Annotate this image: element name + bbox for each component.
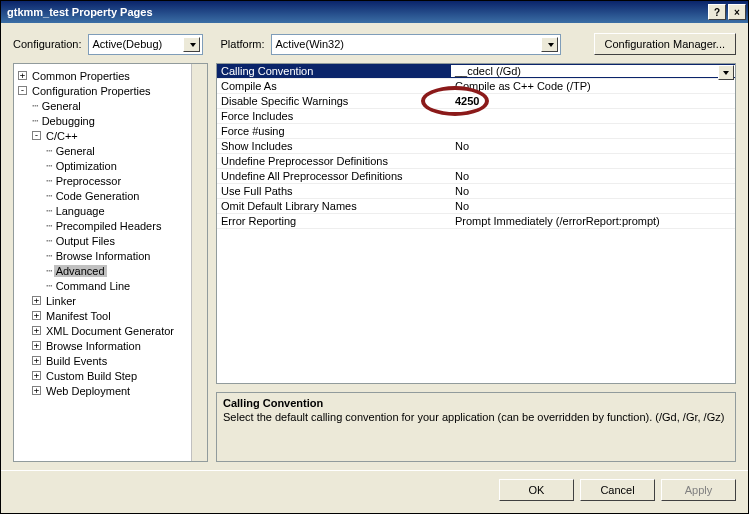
footer: OK Cancel Apply (1, 470, 748, 513)
tree-item-label: Build Events (44, 355, 109, 367)
property-value[interactable]: No (451, 200, 735, 212)
property-row[interactable]: Disable Specific Warnings4250 (217, 94, 735, 109)
tree-item-label: Common Properties (30, 70, 132, 82)
tree-item[interactable]: ⋯Precompiled Headers (16, 218, 189, 233)
tree-item[interactable]: ⋯Advanced (16, 263, 189, 278)
right-panel: Calling Convention__cdecl (/Gd)Compile A… (216, 63, 736, 462)
tree-item[interactable]: ⋯Code Generation (16, 188, 189, 203)
property-label: Use Full Paths (217, 185, 451, 197)
expand-icon[interactable]: + (32, 386, 41, 395)
expand-icon[interactable]: + (32, 326, 41, 335)
property-value[interactable]: No (451, 185, 735, 197)
expand-icon[interactable]: + (32, 356, 41, 365)
property-row[interactable]: Force #using (217, 124, 735, 139)
property-value[interactable]: Prompt Immediately (/errorReport:prompt) (451, 215, 735, 227)
tree-item[interactable]: +XML Document Generator (16, 323, 189, 338)
apply-button[interactable]: Apply (661, 479, 736, 501)
description-text: Select the default calling convention fo… (223, 411, 729, 423)
collapse-icon[interactable]: - (32, 131, 41, 140)
tree-connector-icon: ⋯ (46, 219, 52, 232)
tree-item[interactable]: ⋯Preprocessor (16, 173, 189, 188)
tree-item[interactable]: ⋯Command Line (16, 278, 189, 293)
expand-icon[interactable]: + (32, 311, 41, 320)
tree-connector-icon: ⋯ (46, 249, 52, 262)
property-row[interactable]: Undefine Preprocessor Definitions (217, 154, 735, 169)
tree-item[interactable]: +Common Properties (16, 68, 189, 83)
tree-item-label: Web Deployment (44, 385, 132, 397)
tree-item-label: Manifest Tool (44, 310, 113, 322)
description-title: Calling Convention (223, 397, 729, 409)
tree-connector-icon: ⋯ (46, 234, 52, 247)
configuration-combo[interactable]: Active(Debug) (88, 34, 203, 55)
tree-item-label: Optimization (54, 160, 119, 172)
expand-icon[interactable]: + (18, 71, 27, 80)
expand-icon[interactable]: + (32, 371, 41, 380)
tree-connector-icon: ⋯ (46, 204, 52, 217)
property-value[interactable]: Compile as C++ Code (/TP) (451, 80, 735, 92)
property-grid[interactable]: Calling Convention__cdecl (/Gd)Compile A… (216, 63, 736, 384)
property-label: Force #using (217, 125, 451, 137)
cancel-button[interactable]: Cancel (580, 479, 655, 501)
tree-item-label: Advanced (54, 265, 107, 277)
property-row[interactable]: Use Full PathsNo (217, 184, 735, 199)
tree-item-label: Language (54, 205, 107, 217)
property-label: Calling Convention (217, 65, 451, 77)
expand-icon[interactable]: + (32, 296, 41, 305)
property-value[interactable]: No (451, 140, 735, 152)
tree-item[interactable]: ⋯Debugging (16, 113, 189, 128)
property-row[interactable]: Undefine All Preprocessor DefinitionsNo (217, 169, 735, 184)
property-value[interactable]: 4250 (451, 95, 735, 107)
help-button[interactable]: ? (708, 4, 726, 20)
property-value[interactable]: No (451, 170, 735, 182)
tree-item[interactable]: +Manifest Tool (16, 308, 189, 323)
tree-item-label: C/C++ (44, 130, 80, 142)
expand-icon[interactable]: + (32, 341, 41, 350)
property-label: Force Includes (217, 110, 451, 122)
property-row[interactable]: Force Includes (217, 109, 735, 124)
window-title: gtkmm_test Property Pages (7, 6, 706, 18)
ok-button[interactable]: OK (499, 479, 574, 501)
close-button[interactable]: × (728, 4, 746, 20)
tree-item-label: Precompiled Headers (54, 220, 164, 232)
tree-item-label: XML Document Generator (44, 325, 176, 337)
property-row[interactable]: Calling Convention__cdecl (/Gd) (217, 64, 735, 79)
tree-item-label: General (40, 100, 83, 112)
tree-item-label: Configuration Properties (30, 85, 153, 97)
description-panel: Calling Convention Select the default ca… (216, 392, 736, 462)
tree-item[interactable]: ⋯General (16, 98, 189, 113)
tree-connector-icon: ⋯ (46, 174, 52, 187)
tree-item[interactable]: ⋯Output Files (16, 233, 189, 248)
tree-item[interactable]: +Web Deployment (16, 383, 189, 398)
tree-panel: +Common Properties-Configuration Propert… (13, 63, 208, 462)
tree-item[interactable]: +Build Events (16, 353, 189, 368)
tree-item[interactable]: +Custom Build Step (16, 368, 189, 383)
property-row[interactable]: Compile AsCompile as C++ Code (/TP) (217, 79, 735, 94)
property-value[interactable]: __cdecl (/Gd) (451, 65, 735, 77)
property-label: Omit Default Library Names (217, 200, 451, 212)
tree-item[interactable]: -C/C++ (16, 128, 189, 143)
property-label: Undefine Preprocessor Definitions (217, 155, 451, 167)
tree-item-label: General (54, 145, 97, 157)
property-row[interactable]: Error ReportingPrompt Immediately (/erro… (217, 214, 735, 229)
tree-item[interactable]: ⋯Browse Information (16, 248, 189, 263)
platform-combo[interactable]: Active(Win32) (271, 34, 561, 55)
tree-item[interactable]: -Configuration Properties (16, 83, 189, 98)
tree-item-label: Output Files (54, 235, 117, 247)
property-row[interactable]: Show IncludesNo (217, 139, 735, 154)
property-row[interactable]: Omit Default Library NamesNo (217, 199, 735, 214)
tree-item[interactable]: +Browse Information (16, 338, 189, 353)
property-label: Undefine All Preprocessor Definitions (217, 170, 451, 182)
tree-item[interactable]: ⋯General (16, 143, 189, 158)
tree-connector-icon: ⋯ (32, 114, 38, 127)
dropdown-icon[interactable] (718, 65, 734, 80)
tree-view[interactable]: +Common Properties-Configuration Propert… (14, 64, 191, 461)
tree-item[interactable]: ⋯Optimization (16, 158, 189, 173)
tree-item[interactable]: +Linker (16, 293, 189, 308)
tree-connector-icon: ⋯ (46, 144, 52, 157)
collapse-icon[interactable]: - (18, 86, 27, 95)
tree-item[interactable]: ⋯Language (16, 203, 189, 218)
tree-scrollbar[interactable] (191, 64, 207, 461)
tree-connector-icon: ⋯ (46, 264, 52, 277)
titlebar: gtkmm_test Property Pages ? × (1, 1, 748, 23)
configuration-manager-button[interactable]: Configuration Manager... (594, 33, 736, 55)
